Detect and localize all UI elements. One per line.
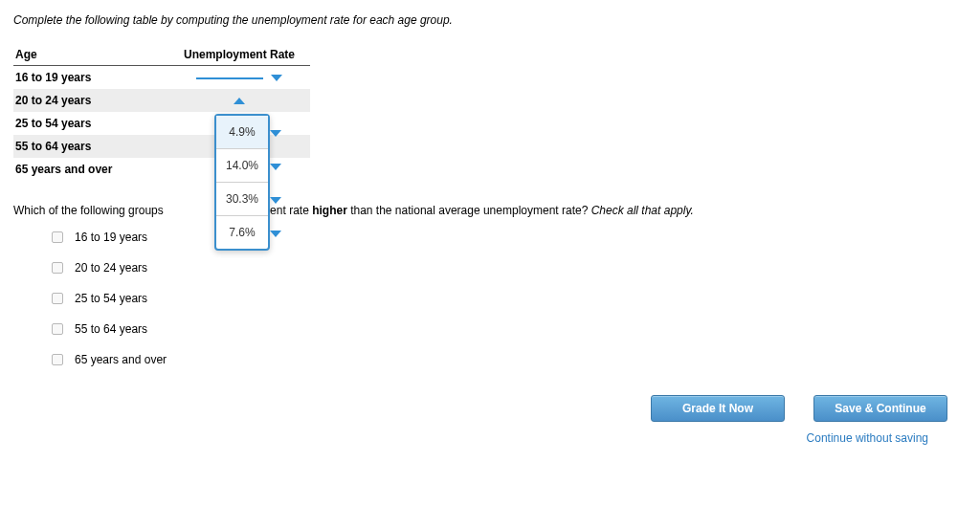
checkbox-16-19[interactable] <box>52 231 63 243</box>
row-age-0: 16 to 19 years <box>13 66 176 90</box>
checkbox-label: 65 years and over <box>75 353 167 366</box>
row-age-3: 55 to 64 years <box>13 135 176 158</box>
dropdown-option-0[interactable]: 4.9% <box>216 116 268 149</box>
checkbox-label: 20 to 24 years <box>75 261 147 275</box>
grade-it-now-button[interactable]: Grade It Now <box>651 395 785 422</box>
dropdown-open[interactable]: 4.9% 14.0% 30.3% 7.6% <box>214 114 270 251</box>
checkbox-65-over[interactable] <box>52 354 63 365</box>
th-rate: Unemployment Rate <box>176 44 310 66</box>
checkbox-20-24[interactable] <box>52 262 63 274</box>
dropdown-option-2[interactable]: 30.3% <box>216 183 268 216</box>
chevron-down-icon[interactable] <box>271 75 282 81</box>
th-age: Age <box>13 44 176 66</box>
chevron-down-icon[interactable] <box>270 197 281 204</box>
checkbox-label: 16 to 19 years <box>75 231 147 244</box>
save-continue-button[interactable]: Save & Continue <box>813 395 947 422</box>
row-age-2: 25 to 54 years <box>13 112 176 135</box>
chevron-down-icon[interactable] <box>270 130 281 137</box>
chevron-down-icon[interactable] <box>270 164 281 170</box>
chevron-down-icon[interactable] <box>270 231 281 237</box>
checkbox-label: 55 to 64 years <box>75 322 147 336</box>
checkbox-label: 25 to 54 years <box>75 292 147 305</box>
checkbox-55-64[interactable] <box>52 323 63 335</box>
row-age-1: 20 to 24 years <box>13 89 176 112</box>
dropdown-slot-0[interactable] <box>196 77 263 79</box>
continue-without-saving-link[interactable]: Continue without saving <box>807 431 928 445</box>
button-bar: Grade It Now Save & Continue <box>13 395 967 422</box>
checkbox-25-54[interactable] <box>52 293 63 304</box>
chevron-up-icon[interactable] <box>234 98 245 104</box>
adjacent-dropdown-triggers <box>270 117 281 251</box>
instruction-text: Complete the following table by computin… <box>13 13 967 27</box>
dropdown-option-3[interactable]: 7.6% <box>216 216 268 249</box>
question-higher-rate: Which of the following groups employment… <box>13 204 967 217</box>
dropdown-option-1[interactable]: 14.0% <box>216 149 268 183</box>
row-age-4: 65 years and over <box>13 158 176 181</box>
checkbox-group: 16 to 19 years 20 to 24 years 25 to 54 y… <box>13 231 967 366</box>
